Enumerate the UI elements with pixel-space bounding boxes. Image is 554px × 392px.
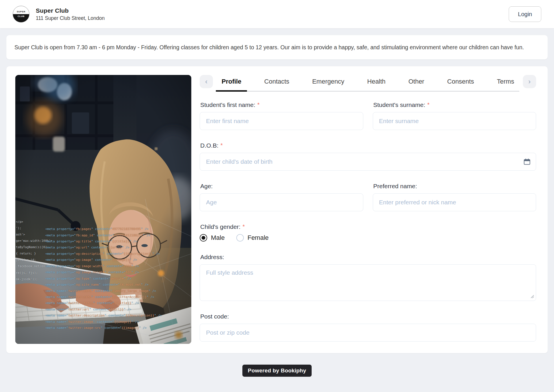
address-label: Address: *	[200, 254, 536, 261]
info-banner: Super Club is open from 7.30 am - 6 pm M…	[6, 35, 548, 59]
brand-name: Super Club	[36, 7, 105, 14]
tabs-next-button[interactable]: ›	[523, 75, 536, 88]
page-footer: Powered by Bookiphy	[0, 365, 554, 377]
radio-label: Male	[211, 234, 225, 242]
tab-emergency[interactable]: Emergency	[311, 77, 345, 92]
address-field-group: Address: *	[200, 254, 536, 301]
profile-form: ‹ ProfileContactsEmergencyHealthOtherCon…	[200, 75, 536, 342]
logo-bottom-text: CLUB	[13, 15, 29, 18]
preferred-name-input[interactable]	[373, 193, 536, 211]
tabs-prev-button[interactable]: ‹	[200, 75, 213, 88]
gender-radio-group: MaleFemale	[200, 234, 536, 242]
required-asterisk: *	[257, 101, 260, 108]
info-banner-text: Super Club is open from 7.30 am - 6 pm M…	[14, 44, 524, 50]
first-name-label: Student's first name: *	[200, 101, 363, 108]
tab-consents[interactable]: Consents	[446, 77, 475, 92]
tab-contacts[interactable]: Contacts	[263, 77, 291, 92]
gender-field-group: Child's gender: * MaleFemale	[200, 223, 536, 242]
tab-profile[interactable]: Profile	[220, 77, 242, 92]
required-asterisk: *	[242, 223, 245, 230]
age-input[interactable]	[200, 193, 363, 211]
radio-label: Female	[248, 234, 269, 242]
logo-top-text: SUPER	[13, 10, 29, 13]
first-name-field-group: Student's first name: *	[200, 101, 363, 130]
brand-logo-icon: SUPER CLUB	[13, 6, 29, 22]
calendar-icon[interactable]	[524, 159, 530, 165]
first-name-input[interactable]	[200, 112, 363, 130]
preferred-name-field-group: Preferred name: *	[373, 183, 536, 211]
required-asterisk: *	[220, 142, 223, 149]
age-field-group: Age: *	[200, 183, 363, 211]
required-asterisk: *	[427, 101, 430, 108]
address-textarea[interactable]	[200, 264, 536, 301]
radio-circle-icon[interactable]	[236, 234, 244, 242]
brand-block: Super Club 111 Super Club Street, London	[36, 7, 105, 21]
dob-field-group: D.O.B: *	[200, 142, 536, 171]
login-button[interactable]: Login	[509, 6, 541, 22]
tab-other[interactable]: Other	[407, 77, 425, 92]
gender-radio-male[interactable]: Male	[200, 234, 225, 242]
post-code-field-group: Post code: *	[200, 313, 536, 342]
dob-input[interactable]	[200, 153, 536, 171]
hero-photo-illustration	[15, 75, 191, 344]
radio-circle-icon[interactable]	[200, 234, 207, 242]
tabs-bar: ‹ ProfileContactsEmergencyHealthOtherCon…	[200, 75, 536, 92]
tab-health[interactable]: Health	[366, 77, 387, 92]
surname-label: Student's surname: *	[373, 101, 536, 108]
post-code-label: Post code: *	[200, 313, 536, 320]
preferred-name-label: Preferred name: *	[373, 183, 536, 190]
registration-card: </p> '); ash'> ge='max-width:100%'> taBy…	[6, 66, 548, 353]
surname-field-group: Student's surname: *	[373, 101, 536, 130]
brand-address: 111 Super Club Street, London	[36, 15, 105, 21]
dob-label: D.O.B: *	[200, 142, 536, 149]
hero-photo: </p> '); ash'> ge='max-width:100%'> taBy…	[15, 75, 191, 344]
tab-list: ProfileContactsEmergencyHealthOtherConse…	[216, 75, 519, 92]
powered-by-badge[interactable]: Powered by Bookiphy	[242, 365, 312, 377]
age-label: Age: *	[200, 183, 363, 190]
post-code-input[interactable]	[200, 324, 536, 342]
gender-label: Child's gender: *	[200, 223, 536, 230]
gender-radio-female[interactable]: Female	[236, 234, 269, 242]
app-header: SUPER CLUB Super Club 111 Super Club Str…	[0, 0, 554, 28]
surname-input[interactable]	[373, 112, 536, 130]
tab-terms[interactable]: Terms	[496, 77, 515, 92]
